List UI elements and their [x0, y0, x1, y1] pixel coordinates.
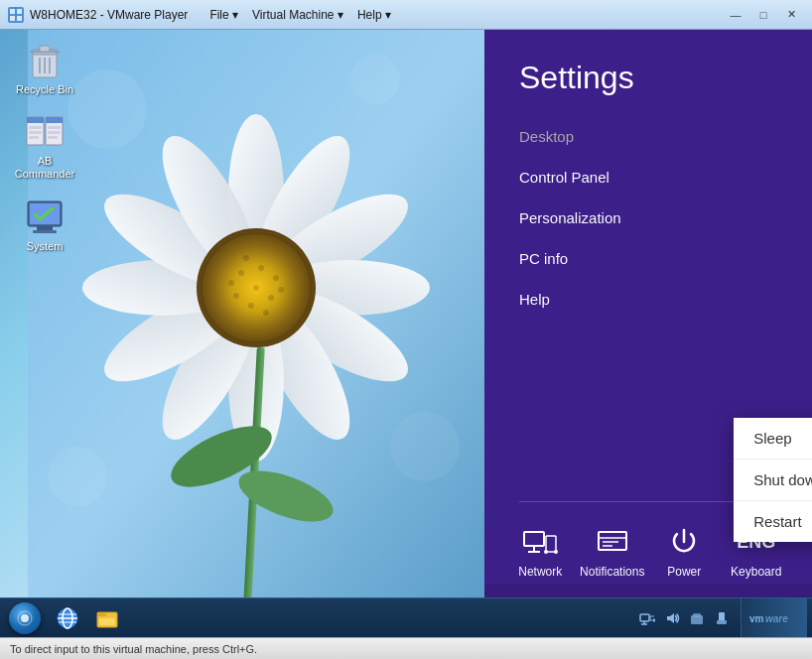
keyboard-label: Keyboard [731, 565, 781, 579]
status-bar: To direct input to this virtual machine,… [0, 637, 812, 659]
tray-safety-remove-icon[interactable] [711, 607, 733, 629]
ab-commander-icon [25, 111, 65, 151]
desktop: Recycle Bin [0, 30, 484, 629]
system-tray [636, 607, 733, 629]
tray-network-icon[interactable] [636, 607, 658, 629]
recycle-bin-icon [25, 40, 65, 79]
taskbar-pinned-icons [50, 600, 125, 636]
settings-panel: Settings Desktop Control Panel Personali… [484, 30, 812, 629]
svg-rect-40 [40, 46, 50, 52]
start-orb-icon [9, 602, 41, 634]
power-sleep-button[interactable]: Sleep [734, 418, 812, 460]
svg-point-24 [233, 293, 239, 299]
svg-rect-46 [27, 117, 44, 123]
settings-item-help[interactable]: Help [484, 279, 812, 320]
svg-rect-1 [17, 9, 22, 14]
svg-rect-2 [10, 16, 15, 21]
svg-point-27 [253, 285, 259, 291]
settings-item-personalization[interactable]: Personalization [484, 198, 812, 238]
settings-item-control-panel[interactable]: Control Panel [484, 157, 812, 198]
system-icon [25, 197, 65, 236]
network-label: Network [518, 565, 562, 579]
tray-volume-icon[interactable] [661, 607, 683, 629]
svg-rect-3 [17, 16, 22, 21]
taskbar-ie-button[interactable] [50, 600, 85, 636]
svg-point-19 [238, 270, 244, 276]
notifications-icon [593, 522, 632, 562]
svg-rect-58 [524, 532, 544, 546]
svg-point-34 [350, 55, 400, 104]
title-bar-left: W8HOME32 - VMware Player File ▾ Virtual … [8, 6, 397, 24]
menu-bar: File ▾ Virtual Machine ▾ Help ▾ [203, 6, 397, 24]
taskbar-explorer-button[interactable] [89, 600, 125, 636]
svg-point-21 [273, 275, 279, 281]
notifications-label: Notifications [580, 565, 644, 579]
power-label: Power [667, 565, 701, 579]
svg-point-20 [258, 265, 264, 271]
svg-point-72 [21, 614, 29, 622]
svg-rect-57 [33, 230, 57, 233]
settings-item-pc-info[interactable]: PC info [484, 238, 812, 279]
svg-rect-47 [46, 117, 63, 123]
status-text: To direct input to this virtual machine,… [10, 643, 257, 655]
svg-rect-56 [37, 226, 53, 230]
desktop-icon-system[interactable]: System [10, 197, 79, 253]
svg-marker-88 [667, 613, 674, 623]
tray-more-icon[interactable] [686, 607, 708, 629]
network-icon-item[interactable]: Network [505, 522, 575, 579]
svg-rect-48 [29, 126, 42, 129]
svg-point-36 [48, 447, 107, 506]
power-icon-item[interactable]: Power Sleep Shut down Restart [649, 522, 719, 579]
close-button[interactable]: ✕ [778, 5, 804, 25]
settings-item-desktop: Desktop [484, 116, 812, 157]
svg-text:vm: vm [749, 613, 764, 624]
title-bar: W8HOME32 - VMware Player File ▾ Virtual … [0, 0, 812, 30]
svg-point-22 [268, 295, 274, 301]
svg-rect-0 [10, 9, 15, 14]
svg-rect-92 [717, 620, 727, 624]
window-title: W8HOME32 - VMware Player [30, 8, 188, 22]
network-icon [520, 522, 560, 562]
desktop-icon-recycle-bin[interactable]: Recycle Bin [10, 40, 79, 96]
menu-virtual-machine[interactable]: Virtual Machine ▾ [246, 6, 349, 24]
svg-rect-80 [99, 618, 115, 625]
bottom-icons-row: Network Notifications [484, 507, 812, 584]
power-shutdown-button[interactable]: Shut down [734, 460, 812, 501]
svg-point-85 [653, 618, 656, 621]
main-area: Recycle Bin [0, 30, 812, 629]
notifications-icon-item[interactable]: Notifications [578, 522, 647, 579]
svg-point-25 [228, 280, 234, 286]
taskbar-right: vm ware [636, 598, 807, 638]
settings-title: Settings [484, 30, 812, 116]
system-label: System [27, 240, 64, 253]
svg-point-35 [390, 412, 460, 481]
desktop-icon-ab-commander[interactable]: AB Commander [10, 111, 79, 181]
vmware-logo: vm ware [741, 598, 807, 638]
start-button[interactable] [5, 600, 45, 636]
svg-rect-53 [48, 136, 58, 139]
menu-file[interactable]: File ▾ [203, 6, 244, 24]
app-icon [8, 7, 24, 23]
minimize-button[interactable]: — [723, 5, 748, 25]
window-controls: — □ ✕ [723, 5, 804, 25]
svg-rect-50 [29, 136, 39, 139]
recycle-bin-label: Recycle Bin [16, 83, 73, 96]
taskbar: vm ware [0, 597, 812, 637]
svg-rect-90 [693, 613, 701, 617]
svg-point-23 [248, 303, 254, 309]
svg-rect-67 [599, 532, 626, 550]
svg-text:ware: ware [765, 613, 788, 624]
svg-rect-49 [29, 131, 42, 134]
svg-point-26 [278, 287, 284, 293]
svg-rect-51 [48, 126, 61, 129]
maximize-button[interactable]: □ [750, 5, 776, 25]
power-popup: Sleep Shut down Restart [734, 418, 812, 542]
menu-help[interactable]: Help ▾ [351, 6, 397, 24]
svg-point-33 [68, 69, 147, 149]
svg-rect-52 [48, 131, 61, 134]
svg-point-29 [243, 255, 249, 261]
power-restart-button[interactable]: Restart [734, 501, 812, 542]
svg-rect-81 [640, 614, 649, 621]
svg-point-28 [263, 310, 269, 316]
desktop-icons: Recycle Bin [10, 40, 79, 253]
